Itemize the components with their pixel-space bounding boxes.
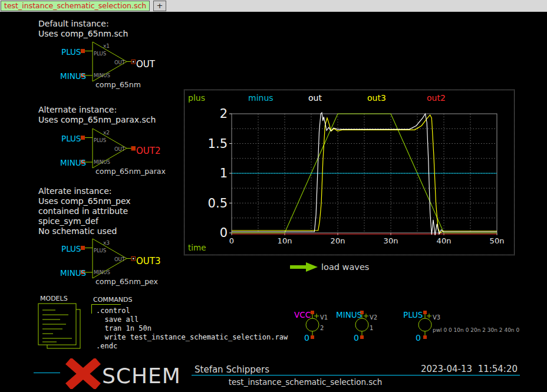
pin-name-minus: MINUS [94, 73, 110, 78]
refdes-v1: V1 [320, 314, 328, 321]
svg-text:1.5: 1.5 [208, 137, 228, 151]
pin-name-plus: PLUS [94, 51, 106, 57]
net-label-vcc[interactable]: VCC [294, 310, 311, 319]
x-axis-name: time [188, 243, 206, 252]
signal-label-out3: out3 [367, 93, 386, 103]
pin-name-out: OUT [114, 256, 126, 262]
instance2-description: Alternate instance:Uses comp_65nm_parax.… [38, 105, 156, 125]
timestamp: 2023-04-13 11:54:20 [377, 364, 518, 374]
output-pin-dot [133, 258, 134, 259]
net-label-out3[interactable]: OUT3 [136, 256, 161, 266]
output-pin-dot [133, 61, 134, 62]
pin-name-minus: MINUS [94, 269, 110, 275]
net-label-plus-src[interactable]: PLUS [403, 310, 423, 319]
refdes-label: x1 [103, 43, 110, 49]
pin-name-plus: PLUS [94, 137, 106, 143]
symbol-name-label: comp_65nm [95, 80, 141, 89]
titleblock-divider [34, 373, 60, 373]
net-label-minus[interactable]: MINUS [60, 158, 86, 167]
commands-bracket [91, 304, 121, 305]
net-label-plus[interactable]: PLUS [61, 47, 81, 57]
signal-label-plus: plus [188, 93, 205, 103]
spice-line: write test_instance_schematic_selection.… [96, 333, 288, 342]
refdes-label: x2 [103, 130, 110, 136]
symbol-name-label: comp_65nm_pex [95, 277, 158, 286]
signal-label-minus: minus [248, 93, 274, 103]
pin-square [81, 246, 85, 250]
svg-text:50n: 50n [490, 236, 505, 245]
net-label-minus-src[interactable]: MINUS [336, 310, 362, 319]
signal-label-out2: out2 [427, 93, 446, 103]
load-waves-arrow-icon[interactable] [290, 262, 319, 272]
net-label-gnd[interactable]: 0 [354, 333, 359, 342]
spice-line: save all [96, 315, 288, 324]
net-label-plus[interactable]: PLUS [61, 134, 81, 143]
net-label-minus[interactable]: MINUS [60, 71, 86, 81]
spice-line: .control [96, 307, 288, 315]
output-pin-square [131, 147, 136, 151]
refdes-label: x3 [103, 240, 110, 246]
pin-square [81, 49, 85, 53]
pin-name-out: OUT [114, 60, 126, 65]
net-label-out[interactable]: OUT [136, 59, 155, 70]
spice-line: .endc [96, 342, 288, 351]
net-label-gnd[interactable]: 0 [416, 333, 421, 342]
xschem-logo-x-icon [62, 358, 104, 389]
tab-current-schematic[interactable]: test_instance_schematic_selection.sch [1, 1, 150, 11]
net-label-plus[interactable]: PLUS [61, 244, 81, 253]
svg-text:0: 0 [220, 226, 228, 240]
pin-name-plus: PLUS [94, 248, 106, 253]
refdes-v3: V3 [433, 314, 440, 321]
net-label-gnd[interactable]: 0 [304, 333, 309, 342]
signal-label-out: out [308, 93, 322, 103]
svg-text:1: 1 [220, 166, 228, 180]
spice-line: tran 1n 50n [96, 324, 288, 333]
value-v2: 1 [370, 325, 373, 331]
svg-text:0: 0 [229, 236, 234, 245]
commands-bracket [91, 304, 92, 314]
tab-bar: test_instance_schematic_selection.sch + [0, 0, 547, 12]
titleblock-divider [192, 375, 520, 375]
models-document-icon[interactable] [37, 302, 85, 351]
svg-text:2: 2 [220, 107, 228, 121]
symbol-name-label: comp_65nm_parax [95, 167, 166, 176]
svg-text:10n: 10n [278, 236, 292, 245]
instance3-description: Alterate instance:Uses comp_65nm_pexcont… [38, 186, 131, 236]
new-tab-button[interactable]: + [153, 1, 166, 11]
waveform-plot: 010n20n30n40n50n00.511.52 [184, 90, 514, 255]
pin-name-out: OUT [114, 146, 126, 152]
pin-square [81, 136, 85, 140]
svg-text:20n: 20n [331, 236, 345, 245]
value-v3-pwl: pwl 0 0 10n 0 20n 2 30n 2 40n 0 [433, 327, 519, 333]
waveform-graph[interactable]: 010n20n30n40n50n00.511.52 plus minus out… [184, 90, 515, 255]
svg-text:40n: 40n [437, 236, 452, 245]
net-label-minus[interactable]: MINUS [60, 268, 86, 278]
net-label-out2[interactable]: OUT2 [136, 146, 161, 156]
schematic-filename: test_instance_schematic_selection.sch [141, 377, 469, 387]
load-waves-launcher[interactable]: load waves [321, 262, 369, 272]
svg-text:0.5: 0.5 [208, 196, 228, 210]
instance1-description: Default instance:Uses comp_65nm.sch [38, 19, 128, 39]
refdes-v2: V2 [370, 314, 377, 321]
pin-name-minus: MINUS [94, 159, 110, 165]
xschem-window: test_instance_schematic_selection.sch + … [0, 0, 547, 392]
author-name: Stefan Schippers [195, 364, 269, 375]
value-v1: 2 [320, 325, 324, 331]
spice-commands-block[interactable]: .control save all tran 1n 50n write test… [96, 307, 288, 351]
commands-label: COMMANDS [93, 296, 133, 304]
svg-text:30n: 30n [384, 236, 398, 245]
